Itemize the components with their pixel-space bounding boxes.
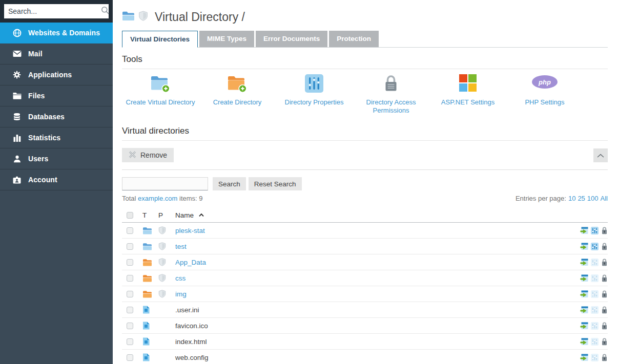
row-name-link[interactable]: test (175, 243, 187, 250)
collapse-toolbar-button[interactable] (593, 148, 608, 162)
sidebar-search-input[interactable] (8, 7, 101, 15)
open-action-icon[interactable] (580, 290, 588, 298)
sidebar-item-label: Applications (28, 71, 72, 79)
shield-icon (158, 242, 166, 250)
open-action-icon[interactable] (580, 306, 588, 314)
table-row: img (122, 286, 608, 302)
folder-icon (12, 91, 22, 100)
main-content: Virtual Directory / Virtual DirectoriesM… (113, 0, 618, 364)
table-header: T P Name (122, 208, 608, 223)
permissions-action-icon[interactable] (601, 243, 608, 250)
row-checkbox[interactable] (127, 227, 133, 234)
gear-icon (12, 70, 22, 79)
tool-label: PHP Settings (506, 98, 583, 106)
entries-option-10[interactable]: 10 (568, 195, 575, 202)
sidebar-item-account[interactable]: Account (0, 169, 113, 190)
row-name-link[interactable]: css (175, 274, 186, 282)
folder-add-blue-icon (122, 74, 199, 97)
open-action-icon[interactable] (580, 354, 588, 361)
row-checkbox[interactable] (127, 243, 133, 250)
sidebar-item-statistics[interactable]: Statistics (0, 127, 113, 148)
folder-add-orange-icon (199, 74, 276, 97)
sliders-icon (276, 74, 353, 97)
tab-virtual-directories[interactable]: Virtual Directories (122, 31, 198, 48)
permissions-action-icon[interactable] (601, 227, 608, 234)
row-name-link[interactable]: img (175, 290, 187, 298)
tab-error-documents[interactable]: Error Documents (256, 31, 327, 47)
sidebar-item-label: Mail (28, 50, 43, 58)
permissions-action-icon[interactable] (601, 274, 608, 282)
remove-x-icon (129, 151, 136, 160)
list-search-input[interactable] (122, 177, 208, 190)
row-checkbox[interactable] (127, 275, 133, 282)
table-body: plesk-stattestApp_Datacssimg.user.inifav… (122, 223, 608, 364)
row-checkbox[interactable] (127, 338, 133, 345)
entries-option-all[interactable]: All (601, 195, 608, 202)
tools-row: Create Virtual DirectoryCreate Directory… (122, 74, 608, 115)
table-row: web.config (122, 350, 608, 364)
permissions-action-icon[interactable] (601, 306, 608, 314)
page-title: Virtual Directory / (155, 10, 245, 24)
tool-directory-access-permissions[interactable]: Directory Access Permissions (353, 74, 429, 115)
table-row: .user.ini (122, 302, 608, 318)
entries-option-100[interactable]: 100 (587, 195, 599, 202)
column-protection[interactable]: P (158, 211, 175, 219)
tool-asp-net-settings[interactable]: ASP.NET Settings (429, 74, 506, 115)
search-button[interactable]: Search (213, 177, 246, 190)
page-header: Virtual Directory / (122, 9, 608, 25)
sidebar-item-files[interactable]: Files (0, 85, 113, 106)
sidebar-item-label: Files (28, 92, 45, 100)
domain-link[interactable]: example.com (138, 195, 177, 202)
permissions-action-icon[interactable] (601, 322, 608, 330)
sidebar-item-mail[interactable]: Mail (0, 44, 113, 65)
row-name-link[interactable]: plesk-stat (175, 227, 205, 234)
table-row: plesk-stat (122, 223, 608, 239)
open-action-icon[interactable] (580, 227, 588, 234)
row-checkbox[interactable] (127, 259, 133, 266)
row-checkbox[interactable] (127, 291, 133, 297)
sidebar-item-label: Websites & Domains (28, 29, 100, 37)
database-icon (12, 112, 22, 121)
open-action-icon[interactable] (580, 243, 588, 250)
permissions-action-icon[interactable] (601, 259, 608, 266)
row-checkbox[interactable] (127, 354, 133, 361)
tool-create-virtual-directory[interactable]: Create Virtual Directory (122, 74, 199, 115)
shield-icon (138, 11, 148, 23)
tool-directory-properties[interactable]: Directory Properties (276, 74, 353, 115)
row-checkbox[interactable] (127, 323, 133, 329)
remove-button[interactable]: Remove (122, 148, 174, 162)
row-name-link[interactable]: App_Data (175, 259, 206, 266)
open-action-icon[interactable] (580, 274, 588, 282)
entries-option-25[interactable]: 25 (578, 195, 585, 202)
permissions-action-icon[interactable] (601, 290, 608, 298)
tool-php-settings[interactable]: phpPHP Settings (506, 74, 583, 115)
file-icon (142, 306, 150, 314)
microsoft-squares-icon (429, 74, 506, 97)
column-type[interactable]: T (142, 211, 158, 219)
sidebar-item-databases[interactable]: Databases (0, 106, 113, 127)
open-action-icon[interactable] (580, 259, 588, 266)
reset-search-button[interactable]: Reset Search (249, 177, 302, 190)
shield-icon (158, 258, 166, 266)
open-action-icon[interactable] (580, 322, 588, 330)
tab-mime-types[interactable]: MIME Types (199, 31, 254, 47)
row-name: favicon.ico (175, 322, 208, 330)
properties-action-icon (591, 290, 599, 298)
column-name[interactable]: Name (175, 211, 572, 219)
sidebar-item-websites-domains[interactable]: Websites & Domains (0, 23, 113, 44)
shield-icon (158, 274, 166, 282)
tab-protection[interactable]: Protection (329, 31, 379, 47)
permissions-action-icon[interactable] (601, 354, 608, 361)
sidebar-item-label: Statistics (28, 134, 60, 142)
row-checkbox[interactable] (127, 307, 133, 313)
properties-action-icon[interactable] (591, 227, 599, 234)
tool-create-directory[interactable]: Create Directory (199, 74, 276, 115)
sidebar-item-users[interactable]: Users (0, 148, 113, 169)
sidebar-item-applications[interactable]: Applications (0, 65, 113, 85)
permissions-action-icon[interactable] (601, 338, 608, 346)
open-action-icon[interactable] (580, 338, 588, 346)
properties-action-icon[interactable] (591, 243, 599, 250)
select-all-checkbox[interactable] (127, 212, 133, 219)
list-meta-row: Total example.com items: 9 Entries per p… (122, 195, 608, 202)
sidebar-item-label: Databases (28, 113, 65, 121)
